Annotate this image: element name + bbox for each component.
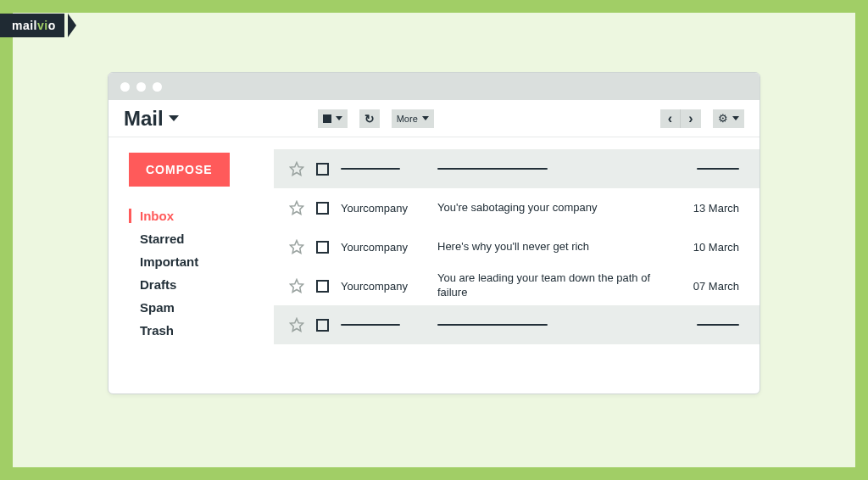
sidebar-folder-trash[interactable]: Trash <box>129 323 274 338</box>
message-sender: Yourcompany <box>341 241 426 254</box>
mail-dropdown-label: Mail <box>124 107 164 131</box>
caret-down-icon <box>732 116 739 120</box>
svg-marker-0 <box>291 163 303 176</box>
message-row[interactable]: YourcompanyYou're sabotaging your compan… <box>274 188 760 227</box>
svg-marker-2 <box>291 241 303 254</box>
refresh-button[interactable] <box>359 109 380 128</box>
checkbox[interactable] <box>316 319 329 332</box>
mail-window: Mail More COMP <box>108 72 760 394</box>
message-row[interactable]: YourcompanyYou are leading your team dow… <box>274 266 760 305</box>
message-sender: Yourcompany <box>341 280 426 293</box>
brand-text-2: vi <box>37 19 48 32</box>
message-date: 10 March <box>688 241 739 254</box>
select-dropdown-button[interactable] <box>318 109 348 128</box>
window-titlebar <box>108 73 760 100</box>
message-subject: Here's why you'll never get rich <box>437 240 676 254</box>
brand-logo: mailvio <box>0 14 64 37</box>
date-placeholder <box>688 324 739 326</box>
star-icon[interactable] <box>289 200 304 215</box>
message-row[interactable]: YourcompanyHere's why you'll never get r… <box>274 227 760 266</box>
sender-placeholder <box>341 168 426 170</box>
sidebar: COMPOSE InboxStarredImportantDraftsSpamT… <box>108 137 274 393</box>
window-dot[interactable] <box>120 82 130 92</box>
compose-button[interactable]: COMPOSE <box>129 153 230 187</box>
message-row <box>274 149 760 188</box>
svg-marker-1 <box>291 202 303 215</box>
settings-dropdown-button[interactable] <box>713 109 744 128</box>
message-subject: You are leading your team down the path … <box>437 271 676 300</box>
svg-marker-3 <box>291 280 303 293</box>
more-label: More <box>397 114 418 124</box>
sender-placeholder <box>341 324 426 326</box>
message-row <box>274 305 760 344</box>
window-dot[interactable] <box>153 82 162 92</box>
sidebar-folder-spam[interactable]: Spam <box>129 300 274 315</box>
message-date: 07 March <box>688 280 739 293</box>
select-box-icon <box>323 114 331 123</box>
caret-down-icon <box>336 116 342 120</box>
mail-dropdown[interactable]: Mail <box>124 107 179 131</box>
subject-placeholder <box>437 168 676 170</box>
toolbar: Mail More <box>108 100 760 137</box>
sidebar-folder-starred[interactable]: Starred <box>129 232 274 246</box>
caret-down-icon <box>422 116 429 120</box>
star-icon[interactable] <box>289 278 304 293</box>
checkbox[interactable] <box>316 280 329 293</box>
sidebar-folder-drafts[interactable]: Drafts <box>129 277 274 292</box>
message-sender: Yourcompany <box>341 202 426 215</box>
caret-down-icon <box>169 115 179 121</box>
brand-text-3: o <box>48 19 56 32</box>
date-placeholder <box>688 168 739 170</box>
gear-icon <box>718 112 728 125</box>
checkbox[interactable] <box>316 241 329 254</box>
checkbox[interactable] <box>316 202 329 215</box>
brand-text-1: mail <box>12 19 37 32</box>
star-icon[interactable] <box>289 239 304 254</box>
star-icon[interactable] <box>289 161 304 176</box>
next-page-button[interactable] <box>681 109 701 128</box>
message-list: YourcompanyYou're sabotaging your compan… <box>274 137 760 393</box>
message-subject: You're sabotaging your company <box>437 201 676 215</box>
star-icon[interactable] <box>289 317 304 332</box>
svg-marker-4 <box>291 319 303 332</box>
subject-placeholder <box>437 324 676 326</box>
window-dot[interactable] <box>136 82 146 92</box>
sidebar-folder-important[interactable]: Important <box>129 254 274 269</box>
prev-page-button[interactable] <box>660 109 681 128</box>
sidebar-folder-inbox[interactable]: Inbox <box>129 209 274 223</box>
message-date: 13 March <box>688 202 739 215</box>
checkbox[interactable] <box>316 163 329 176</box>
more-dropdown-button[interactable]: More <box>392 109 434 128</box>
